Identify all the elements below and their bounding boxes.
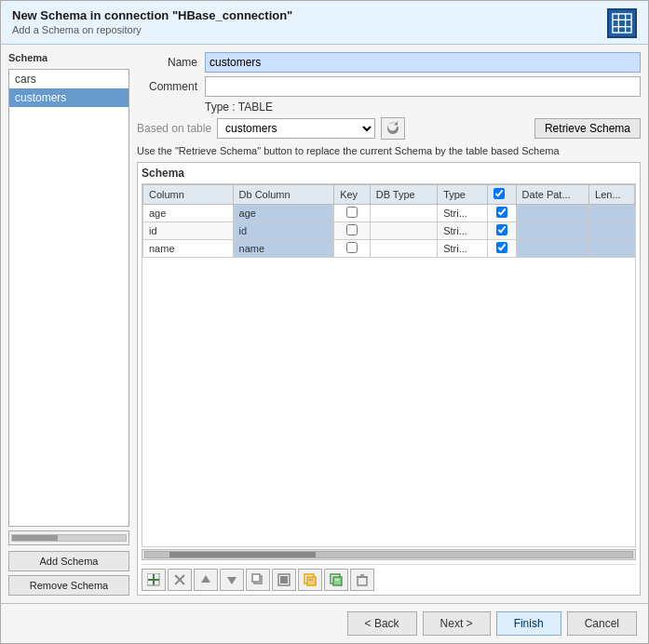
sidebar-scroll-track (11, 534, 127, 542)
finish-button[interactable]: Finish (496, 611, 561, 636)
cell-date-pattern (516, 240, 588, 258)
horizontal-scrollbar[interactable] (142, 549, 636, 560)
cell-db-type (370, 222, 437, 240)
col-header-length: Len... (589, 185, 635, 205)
cell-type: Stri... (438, 222, 488, 240)
move-up-button[interactable] (194, 569, 218, 591)
table-header-row: Column Db Column Key DB Type Type Date P… (143, 185, 635, 205)
key-checkbox-2[interactable] (346, 224, 358, 235)
cell-date-pattern (516, 205, 588, 222)
cell-type: Stri... (438, 205, 488, 222)
dialog-footer: < Back Next > Finish Cancel (1, 603, 648, 643)
svg-rect-22 (358, 577, 367, 585)
based-on-select[interactable]: customers (217, 118, 375, 139)
svg-marker-10 (201, 575, 210, 583)
delete-row-button[interactable] (168, 569, 192, 591)
cell-nullable (488, 240, 516, 258)
sidebar-scroll-thumb (12, 535, 58, 541)
comment-row: Comment (137, 76, 641, 97)
comment-input[interactable] (205, 76, 641, 97)
sidebar-item-cars[interactable]: cars (9, 70, 128, 88)
paste-button[interactable] (272, 569, 296, 591)
cell-db-column: age (233, 205, 334, 222)
sidebar-buttons: Add Schema Remove Schema (8, 551, 129, 596)
cell-length (589, 222, 635, 240)
schema-section-title: Schema (142, 167, 636, 180)
dialog-header: New Schema in connection "HBase_connecti… (1, 1, 648, 45)
svg-rect-13 (252, 574, 260, 582)
key-checkbox-3[interactable] (346, 242, 358, 253)
cell-column: age (143, 205, 234, 222)
nullable-header-checkbox[interactable] (494, 188, 505, 199)
table-row: name name Stri... (143, 240, 635, 258)
table-icon (607, 8, 637, 38)
nullable-checkbox-1[interactable] (496, 207, 507, 218)
cell-nullable (488, 205, 516, 222)
dialog-header-text: New Schema in connection "HBase_connecti… (12, 8, 292, 35)
cell-key (334, 205, 371, 222)
cancel-button[interactable]: Cancel (567, 611, 637, 636)
schema-section: Schema Column Db Column Key DB Type Type (137, 162, 641, 596)
table-row: id id Stri... (143, 222, 635, 240)
cell-length (589, 240, 635, 258)
refresh-button[interactable] (381, 117, 405, 140)
import-button[interactable] (298, 569, 322, 591)
cell-column: name (143, 240, 234, 258)
dialog-title: New Schema in connection "HBase_connecti… (12, 8, 292, 22)
col-header-db-type: DB Type (370, 185, 437, 205)
col-header-db-column: Db Column (233, 185, 334, 205)
schema-toolbar (142, 564, 636, 591)
col-header-type: Type (438, 185, 488, 205)
comment-label: Comment (137, 80, 197, 93)
add-row-button[interactable] (142, 569, 166, 591)
col-header-date-pattern: Date Pat... (516, 185, 588, 205)
schema-table: Column Db Column Key DB Type Type Date P… (142, 184, 635, 258)
form-section: Name Comment Type : TABLE Based on table… (137, 52, 641, 156)
nullable-checkbox-2[interactable] (496, 224, 507, 235)
add-schema-button[interactable]: Add Schema (8, 551, 129, 571)
copy-button[interactable] (246, 569, 270, 591)
name-input[interactable] (205, 52, 641, 73)
clear-button[interactable] (350, 569, 374, 591)
cell-type: Stri... (438, 240, 488, 258)
svg-rect-6 (153, 574, 155, 585)
export-button[interactable] (324, 569, 348, 591)
sidebar-scrollbar[interactable] (8, 530, 129, 545)
cell-nullable (488, 222, 516, 240)
schema-table-container[interactable]: Column Db Column Key DB Type Type Date P… (142, 183, 636, 547)
cell-column: id (143, 222, 234, 240)
info-text: Use the "Retrieve Schema" button to repl… (137, 145, 641, 156)
scroll-thumb (169, 552, 316, 557)
col-header-key: Key (334, 185, 371, 205)
cell-db-column: name (233, 240, 334, 258)
retrieve-schema-button[interactable]: Retrieve Schema (534, 118, 641, 139)
sidebar: Schema cars customers Add Schema Remove … (8, 52, 129, 596)
key-checkbox-1[interactable] (346, 207, 358, 218)
cell-key (334, 240, 371, 258)
cell-date-pattern (516, 222, 588, 240)
cell-length (589, 205, 635, 222)
based-on-row: Based on table customers Retrieve Schema (137, 117, 641, 140)
move-down-button[interactable] (220, 569, 244, 591)
col-header-column: Column (143, 185, 234, 205)
based-on-label: Based on table (137, 122, 211, 135)
main-content: Name Comment Type : TABLE Based on table… (137, 52, 641, 596)
scroll-track (144, 551, 633, 558)
svg-rect-17 (307, 577, 316, 585)
svg-rect-20 (333, 577, 342, 585)
dialog: New Schema in connection "HBase_connecti… (0, 0, 649, 644)
next-button[interactable]: Next > (423, 611, 491, 636)
table-row: age age Stri... (143, 205, 635, 222)
dialog-body: Schema cars customers Add Schema Remove … (1, 45, 648, 603)
col-header-nullable (488, 185, 516, 205)
svg-rect-0 (613, 14, 631, 33)
sidebar-item-customers[interactable]: customers (9, 88, 128, 107)
name-row: Name (137, 52, 641, 73)
remove-schema-button[interactable]: Remove Schema (8, 575, 129, 596)
nullable-checkbox-3[interactable] (496, 242, 507, 253)
back-button[interactable]: < Back (347, 611, 417, 636)
cell-db-type (370, 240, 437, 258)
svg-marker-11 (227, 577, 237, 584)
cell-key (334, 222, 371, 240)
cell-db-column: id (233, 222, 334, 240)
